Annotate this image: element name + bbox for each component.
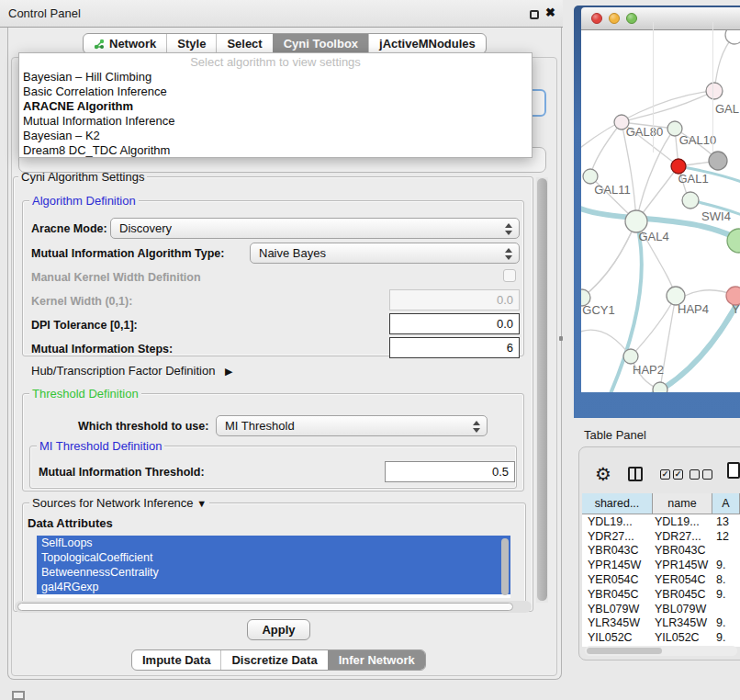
checked-box-icon: ✓ <box>660 469 670 480</box>
tab-style[interactable]: Style <box>166 34 216 53</box>
algorithm-item-basic-correlation-inference[interactable]: Basic Correlation Inference <box>19 85 532 99</box>
table-cell: YDR27... <box>582 530 653 543</box>
threshold-definition-title: Threshold Definition <box>29 388 141 400</box>
network-node-label: GAL11 <box>594 183 631 197</box>
close-panel-icon[interactable]: ✖ <box>545 6 555 19</box>
attributes-list-scrollbar[interactable] <box>501 538 509 595</box>
table-horizontal-scrollbar-thumb[interactable] <box>587 648 662 654</box>
tab-cyni-toolbox[interactable]: Cyni Toolbox <box>273 34 368 53</box>
column-header-shared[interactable]: shared... <box>582 493 653 514</box>
panel-splitter-handle[interactable] <box>559 336 563 341</box>
tab-infer-network[interactable]: Infer Network <box>328 650 425 670</box>
network-edge[interactable] <box>582 221 636 298</box>
expand-arrow-icon[interactable]: ▼ <box>196 498 207 509</box>
which-threshold-select[interactable]: MI Threshold <box>216 415 488 436</box>
column-split-icon[interactable] <box>628 467 643 481</box>
network-canvas[interactable]: GALGAL80GAL10GAL1GAL11SWI4GAL4GCY1HAP4YH… <box>581 30 740 392</box>
network-edge[interactable] <box>622 91 714 122</box>
table-row[interactable]: YBR045CYBR045C9. <box>582 587 740 602</box>
network-node-hap2[interactable] <box>623 349 638 364</box>
network-graph[interactable]: GALGAL80GAL10GAL1GAL11SWI4GAL4GCY1HAP4YH… <box>581 30 740 392</box>
network-node-gal[interactable] <box>706 83 723 99</box>
table-cell: YDR27... <box>653 530 712 543</box>
table-header-row: shared...nameA <box>582 493 740 514</box>
network-view-window[interactable]: GALGAL80GAL10GAL1GAL11SWI4GAL4GCY1HAP4YH… <box>574 6 740 418</box>
table-cell: YPR145W <box>653 559 712 571</box>
data-attribute-item-topologicalcoefficient[interactable]: TopologicalCoefficient <box>37 550 510 565</box>
data-attribute-item-gal4rgexp[interactable]: gal4RGexp <box>37 580 510 594</box>
table-cell: 13 <box>712 515 740 528</box>
network-window-titlebar[interactable] <box>581 7 740 30</box>
table-cell: YER054C <box>582 573 653 586</box>
network-node-gal11[interactable] <box>583 169 598 184</box>
network-edge[interactable] <box>582 221 636 298</box>
network-node-label: HAP4 <box>678 302 709 316</box>
network-node-label: HAP2 <box>633 363 664 377</box>
minimized-panel-icon[interactable] <box>12 691 25 700</box>
sources-group-title: Sources for Network Inference ▼ <box>29 497 209 510</box>
table-settings-gear-icon[interactable]: ⚙ <box>595 463 611 485</box>
table-panel-title: Table Panel <box>584 428 646 442</box>
network-node-swi4[interactable] <box>682 192 699 209</box>
mi-algorithm-type-select[interactable]: Naive Bayes <box>250 243 520 264</box>
tab-jactivemnodules[interactable]: jActiveMNodules <box>368 34 486 53</box>
table-row[interactable]: YIL052CYIL052C9. <box>582 630 740 645</box>
network-node[interactable] <box>709 152 727 170</box>
unchecked-box-icon <box>702 469 712 480</box>
settings-vertical-scrollbar-thumb[interactable] <box>537 178 547 601</box>
table-row[interactable]: YER054CYER054C8. <box>582 572 740 587</box>
mi-steps-field[interactable]: 6 <box>389 337 520 358</box>
minimize-window-button[interactable] <box>609 13 620 24</box>
mi-threshold-group-title: MI Threshold Definition <box>37 440 164 452</box>
settings-horizontal-scrollbar-thumb[interactable] <box>17 603 513 611</box>
collapse-arrow-icon[interactable]: ▶ <box>225 366 232 377</box>
combo-updown-arrows-icon <box>504 247 512 261</box>
network-node-label: SWI4 <box>701 209 731 223</box>
tab-discretize-data[interactable]: Discretize Data <box>220 650 327 670</box>
algorithm-item-bayesian-hill-climbing[interactable]: Bayesian – Hill Climbing <box>19 70 532 85</box>
column-header-a[interactable]: A <box>712 493 740 514</box>
tab-label: Network <box>109 37 156 51</box>
network-node-label: GAL1 <box>678 172 708 186</box>
tab-select[interactable]: Select <box>216 34 272 53</box>
network-node[interactable] <box>725 30 740 44</box>
float-panel-icon[interactable] <box>530 10 539 19</box>
tab-impute-data[interactable]: Impute Data <box>132 650 220 670</box>
kernel-width-field[interactable]: 0.0 <box>389 289 520 310</box>
hide-columns-icon[interactable] <box>690 469 712 480</box>
export-table-icon[interactable] <box>727 462 740 479</box>
algorithm-item-aracne-algorithm[interactable]: ARACNE Algorithm <box>19 99 532 114</box>
data-attribute-item-betweennesscentrality[interactable]: BetweennessCentrality <box>37 565 510 580</box>
table-row[interactable]: YPR145WYPR145W9. <box>582 558 740 572</box>
network-edge[interactable] <box>636 129 675 221</box>
mi-threshold-field[interactable]: 0.5 <box>385 461 515 482</box>
algorithm-item-dream8-dc-tdc-algorithm[interactable]: Dream8 DC_TDC Algorithm <box>19 143 532 158</box>
algorithm-item-mutual-information-inference[interactable]: Mutual Information Inference <box>19 114 532 129</box>
apply-button[interactable]: Apply <box>247 619 310 640</box>
show-columns-icon[interactable]: ✓ ✓ <box>660 469 683 480</box>
mi-threshold-value: 0.5 <box>492 465 509 479</box>
algorithm-item-bayesian-k2[interactable]: Bayesian – K2 <box>19 129 532 143</box>
mi-algorithm-type-value: Naive Bayes <box>259 246 326 260</box>
network-node[interactable] <box>653 382 667 392</box>
table-row[interactable]: YDR27...YDR27...12 <box>582 529 740 544</box>
data-attributes-list[interactable]: SelfLoopsTopologicalCoefficientBetweenne… <box>37 536 510 598</box>
tab-network[interactable]: Network <box>84 34 166 53</box>
data-attribute-item-selfloops[interactable]: SelfLoops <box>37 536 510 550</box>
manual-kernel-width-checkbox[interactable] <box>503 269 516 282</box>
aracne-mode-select[interactable]: Discovery <box>110 218 520 239</box>
zoom-window-button[interactable] <box>626 13 637 24</box>
hub-transcription-section[interactable]: Hub/Transcription Factor Definition ▶ <box>31 364 232 378</box>
table-horizontal-scrollbar[interactable] <box>585 646 737 656</box>
dpi-tolerance-field[interactable]: 0.0 <box>389 313 520 334</box>
network-edge[interactable] <box>581 330 631 356</box>
column-header-name[interactable]: name <box>653 493 712 514</box>
settings-vertical-scrollbar[interactable] <box>536 177 548 603</box>
close-window-button[interactable] <box>591 13 602 24</box>
table-cell: YDL19... <box>582 515 653 528</box>
table-row[interactable]: YBR043CYBR043C <box>582 544 740 559</box>
table-row[interactable]: YDL19...YDL19...13 <box>582 514 740 529</box>
table-row[interactable]: YLR345WYLR345W9. <box>582 616 740 631</box>
table-row[interactable]: YBL079WYBL079W <box>582 602 740 616</box>
settings-horizontal-scrollbar[interactable] <box>15 601 532 613</box>
